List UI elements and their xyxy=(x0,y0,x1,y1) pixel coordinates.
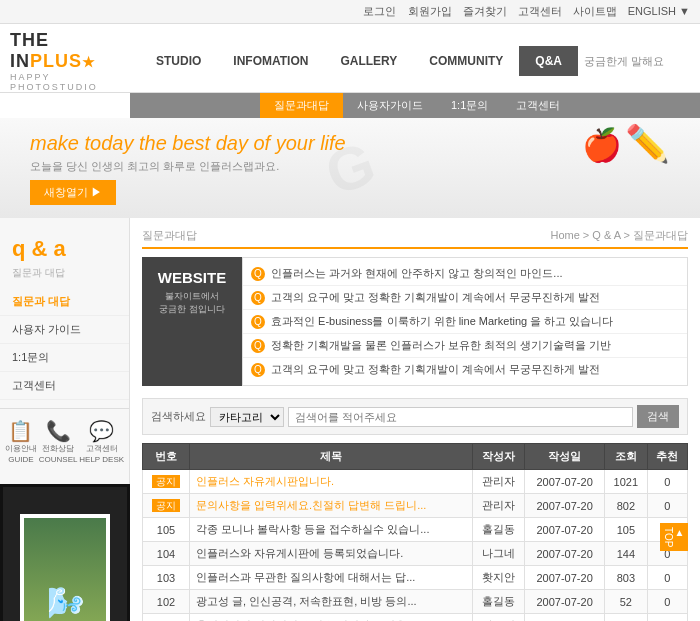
sidebar-icon-guide[interactable]: 📋 이용안내GUIDE xyxy=(5,419,37,464)
guide-icon-label: 이용안내GUIDE xyxy=(5,444,37,464)
cell-num: 101 xyxy=(143,614,190,622)
table-body: 공지인플러스 자유게시판입니다.관리자2007-07-2010210공지문의사항… xyxy=(143,470,688,622)
cell-views: 52 xyxy=(604,590,647,614)
cell-date: 2007-07-20 xyxy=(525,518,604,542)
login-link[interactable]: 로그인 xyxy=(363,5,396,17)
faq-left: WEBSITE 불자이트에서궁금한 점입니다 xyxy=(142,257,242,386)
guide-icon: 📋 xyxy=(5,419,37,443)
cell-rec: 2 xyxy=(647,614,687,622)
sidebar-icons: 📋 이용안내GUIDE 📞 전화상담COUNSEL 💬 고객센터HELP DES… xyxy=(0,408,129,474)
cell-title: 각종 모니나 볼락사항 등을 접수하실수 있습니... xyxy=(190,518,473,542)
banner-sub: 오늘을 당신 인생의 최고의 화루로 인플러스랩과요. xyxy=(30,159,346,174)
col-rec: 추천 xyxy=(647,444,687,470)
top-scroll-button[interactable]: ▲TOP xyxy=(660,523,688,551)
nav-qa[interactable]: Q&A xyxy=(519,46,578,76)
faq-item: Q고객의 요구에 맞고 정확한 기획개발이 계속에서 무궁무진하게 발전 xyxy=(243,286,687,310)
search-input[interactable] xyxy=(288,407,633,427)
cell-num: 공지 xyxy=(143,494,190,518)
col-num: 번호 xyxy=(143,444,190,470)
cell-author: 관리자 xyxy=(472,494,525,518)
cell-title[interactable]: 인플러스 자유게시판입니다. xyxy=(190,470,473,494)
helpdesk-icon: 💬 xyxy=(79,419,124,443)
sub-nav-guide[interactable]: 사용자가이드 xyxy=(343,93,437,118)
cell-num: 104 xyxy=(143,542,190,566)
search-category-select[interactable]: 카타고리제목내용 xyxy=(210,407,284,427)
faq-q-icon: Q xyxy=(251,291,265,305)
cell-num: 103 xyxy=(143,566,190,590)
search-bar: 검색하세요 카타고리제목내용 검색 xyxy=(142,398,688,435)
search-button[interactable]: 검색 xyxy=(637,405,679,428)
col-views: 조회 xyxy=(604,444,647,470)
cell-rec: 0 xyxy=(647,566,687,590)
banner: G make today the best day of your life 오… xyxy=(0,118,700,218)
col-title: 제목 xyxy=(190,444,473,470)
cell-num: 102 xyxy=(143,590,190,614)
notice-badge: 공지 xyxy=(152,475,180,488)
cell-num: 105 xyxy=(143,518,190,542)
cell-views: 144 xyxy=(604,542,647,566)
faq-website-sub: 불자이트에서궁금한 점입니다 xyxy=(152,290,232,316)
counsel-icon-label: 전화상담COUNSEL xyxy=(39,444,78,464)
cell-rec: 0 xyxy=(647,590,687,614)
sidebar-icon-helpdesk[interactable]: 💬 고객센터HELP DESK xyxy=(79,419,124,464)
faq-item: Q효과적인 E-business를 이룩하기 위한 line Marketing… xyxy=(243,310,687,334)
title-link[interactable]: 문의사항을 입력위세요.친절히 답변해 드립니... xyxy=(196,499,426,511)
cell-views: 105 xyxy=(604,518,647,542)
cell-rec: 0 xyxy=(647,494,687,518)
banner-decoration: 🍎 ✏️ xyxy=(582,123,670,165)
sidebar-item-support[interactable]: 고객센터 xyxy=(0,372,129,400)
windmill-icon: 🌬️ xyxy=(47,585,84,620)
cell-title: 인플러스과 무관한 질의사항에 대해서는 답... xyxy=(190,566,473,590)
search-label: 검색하세요 xyxy=(151,409,206,424)
sidebar: q & a 질문과 대답 질문과 대답 사용자 가이드 1:1문의 고객센터 📋… xyxy=(0,218,130,621)
table-row: 102광고성 글, 인신공격, 저속한표현, 비방 등의...홀길동2007-0… xyxy=(143,590,688,614)
english-link[interactable]: ENGLISH ▼ xyxy=(628,5,690,17)
col-author: 작성자 xyxy=(472,444,525,470)
table-row: 공지문의사항을 입력위세요.친절히 답변해 드립니...관리자2007-07-2… xyxy=(143,494,688,518)
breadcrumb: Home > Q & A > 질문과대답 xyxy=(550,228,688,243)
cell-author: 홀길동 xyxy=(472,590,525,614)
title-link[interactable]: 인플러스 자유게시판입니다. xyxy=(196,475,334,487)
sidebar-item-guide[interactable]: 사용자 가이드 xyxy=(0,316,129,344)
nav-breadcrumb: 궁금한게 말해요 xyxy=(578,46,670,77)
table-row: 105각종 모니나 볼락사항 등을 접수하실수 있습니...홀길동2007-07… xyxy=(143,518,688,542)
nav-infomation[interactable]: INFOMATION xyxy=(217,46,324,76)
main: q & a 질문과 대답 질문과 대답 사용자 가이드 1:1문의 고객센터 📋… xyxy=(0,218,700,621)
cell-date: 2007-07-20 xyxy=(525,470,604,494)
nav-gallery[interactable]: GALLERY xyxy=(324,46,413,76)
qa-table: 번호 제목 작성자 작성일 조회 추천 공지인플러스 자유게시판입니다.관리자2… xyxy=(142,443,688,621)
photo-inner: 🌬️ xyxy=(20,514,110,621)
faq-item: Q인플러스는 과거와 현재에 안주하지 않고 창의적인 마인드... xyxy=(243,262,687,286)
nav-studio[interactable]: STUDIO xyxy=(140,46,217,76)
support-link[interactable]: 고객센터 xyxy=(518,5,562,17)
counsel-icon: 📞 xyxy=(39,419,78,443)
sidebar-item-inquiry[interactable]: 1:1문의 xyxy=(0,344,129,372)
logo-title: THE INPLUS★ xyxy=(10,30,140,72)
col-date: 작성일 xyxy=(525,444,604,470)
sub-nav-support[interactable]: 고객센터 xyxy=(502,93,574,118)
cell-date: 2007-07-20 xyxy=(525,566,604,590)
cell-title: 홈페이지의 정상적인 운영을 저해하는 내용은... xyxy=(190,614,473,622)
cell-date: 2007-07-20 xyxy=(525,614,604,622)
sidebar-item-faq[interactable]: 질문과 대답 xyxy=(0,288,129,316)
helpdesk-icon-label: 고객센터HELP DESK xyxy=(79,444,124,464)
header: THE INPLUS★ HAPPY PHOTOSTUDIO STUDIO INF… xyxy=(0,24,700,93)
banner-headline: make today the best day of your life xyxy=(30,132,346,155)
faq-website-title: WEBSITE xyxy=(152,269,232,286)
sub-nav-inquiry[interactable]: 1:1문의 xyxy=(437,93,502,118)
bookmark-link[interactable]: 즐겨찾기 xyxy=(463,5,507,17)
banner-button[interactable]: 새창열기 ▶ xyxy=(30,180,116,205)
sidebar-icon-counsel[interactable]: 📞 전화상담COUNSEL xyxy=(39,419,78,464)
signup-link[interactable]: 회원가입 xyxy=(408,5,452,17)
cell-title[interactable]: 문의사항을 입력위세요.친절히 답변해 드립니... xyxy=(190,494,473,518)
sub-nav-faq[interactable]: 질문과대답 xyxy=(260,93,343,118)
cell-views: 802 xyxy=(604,494,647,518)
sitemap-link[interactable]: 사이트맵 xyxy=(573,5,617,17)
topbar-links[interactable]: 로그인 회원가입 즐겨찾기 고객센터 사이트맵 ENGLISH ▼ xyxy=(355,5,690,17)
main-nav: STUDIO INFOMATION GALLERY COMMUNITY Q&A … xyxy=(140,46,670,77)
cell-author: 나그네 xyxy=(472,614,525,622)
logo-subtitle: HAPPY PHOTOSTUDIO xyxy=(10,72,140,92)
cell-views: 621 xyxy=(604,614,647,622)
cell-title: 광고성 글, 인신공격, 저속한표현, 비방 등의... xyxy=(190,590,473,614)
nav-community[interactable]: COMMUNITY xyxy=(413,46,519,76)
